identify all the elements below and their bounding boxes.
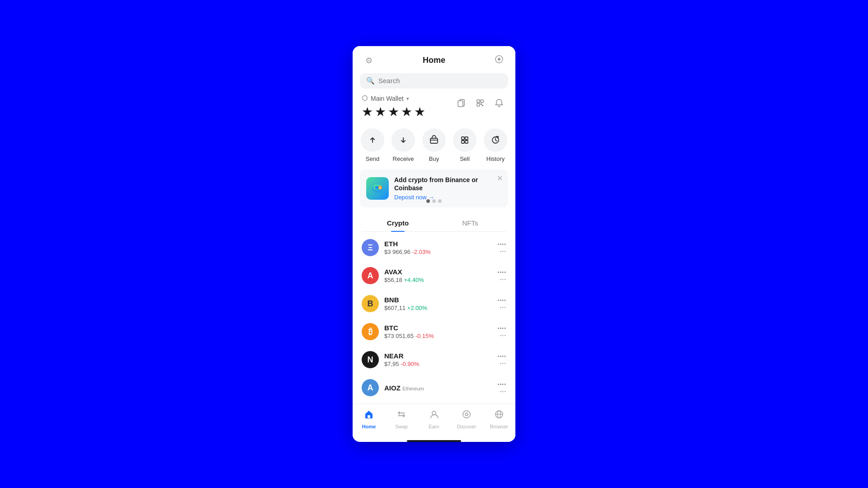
swap-nav-label: Swap (395, 424, 408, 429)
svg-point-1 (498, 58, 500, 61)
eth-price: $3 966,96 -2.03% (384, 249, 492, 255)
wallet-chain-icon (362, 95, 368, 103)
eth-info: ETH $3 966,96 -2.03% (384, 240, 492, 255)
asset-tabs: Crypto NFTs (362, 215, 506, 232)
avax-symbol: AVAX (384, 268, 492, 276)
history-label: History (486, 155, 505, 162)
sell-label: Sell (460, 155, 470, 162)
nav-swap[interactable]: Swap (385, 408, 418, 431)
settings-button[interactable]: ⚙ (362, 53, 376, 68)
promo-dot-1 (426, 199, 430, 203)
avax-menu[interactable]: ••• (500, 277, 506, 282)
svg-rect-19 (368, 415, 370, 418)
earn-icon (429, 409, 439, 422)
aioz-menu[interactable]: ••• (500, 389, 506, 394)
svg-rect-9 (462, 137, 464, 140)
discover-nav-label: Discover (457, 424, 476, 429)
svg-rect-12 (465, 141, 468, 143)
wallet-balance: ★★★★★ (362, 104, 427, 119)
copy-button[interactable] (454, 96, 468, 110)
promo-banner: ₿ Add crypto from Binance or Coinbase De… (360, 169, 508, 207)
history-icon-circle (484, 128, 507, 152)
buy-label: Buy (429, 155, 439, 162)
receive-icon-circle (392, 128, 415, 152)
sell-action[interactable]: Sell (451, 128, 478, 162)
qr-button[interactable] (473, 96, 487, 110)
wallet-name-row[interactable]: Main Wallet ▾ (362, 95, 427, 103)
promo-close-button[interactable]: ✕ (497, 174, 503, 183)
near-menu[interactable]: ••• (500, 361, 506, 366)
list-item[interactable]: ₿ BTC $73 051,65 -0.15% •••• ••• (353, 318, 515, 346)
aioz-symbol: AIOZ Ethereum (384, 384, 492, 392)
buy-action[interactable]: Buy (420, 128, 448, 162)
near-balance: •••• ••• (498, 353, 506, 366)
eth-stars: •••• (498, 241, 506, 247)
buy-icon-circle (422, 128, 446, 152)
svg-rect-4 (481, 100, 483, 103)
crypto-list: Ξ ETH $3 966,96 -2.03% •••• ••• A AVAX $… (353, 232, 515, 404)
avax-info: AVAX $56,18 +4.40% (384, 268, 492, 283)
bnb-stars: •••• (498, 297, 506, 303)
tab-nfts[interactable]: NFTs (434, 215, 506, 231)
bnb-menu[interactable]: ••• (500, 305, 506, 310)
discover-icon (462, 409, 472, 422)
receive-action[interactable]: Receive (390, 128, 417, 162)
list-item[interactable]: B BNB $607,11 +2.00% •••• ••• (353, 290, 515, 318)
svg-rect-11 (462, 141, 464, 143)
nav-browser[interactable]: Browser (483, 408, 515, 431)
search-input[interactable] (378, 77, 502, 84)
svg-rect-2 (458, 101, 463, 107)
aioz-balance: •••• ••• (498, 381, 506, 394)
promo-dot-2 (432, 199, 436, 203)
aioz-info: AIOZ Ethereum (384, 384, 492, 392)
svg-point-21 (463, 411, 470, 418)
eth-menu[interactable]: ••• (500, 249, 506, 254)
eth-symbol: ETH (384, 240, 492, 248)
history-action[interactable]: History (482, 128, 509, 162)
aioz-icon: A (362, 379, 379, 396)
notifications-button[interactable] (492, 96, 506, 110)
browser-nav-label: Browser (490, 424, 508, 429)
svg-text:₿: ₿ (379, 187, 381, 189)
avax-icon: A (362, 267, 379, 284)
svg-rect-8 (430, 138, 438, 143)
btc-balance: •••• ••• (498, 325, 506, 338)
eth-balance: •••• ••• (498, 241, 506, 254)
btc-price: $73 051,65 -0.15% (384, 333, 492, 339)
nav-earn[interactable]: Earn (418, 408, 450, 431)
btc-menu[interactable]: ••• (500, 333, 506, 338)
bnb-price: $607,11 +2.00% (384, 305, 492, 311)
svg-rect-5 (477, 103, 480, 106)
list-item[interactable]: N NEAR $7,95 -0.90% •••• ••• (353, 346, 515, 374)
tab-crypto[interactable]: Crypto (362, 215, 434, 231)
wallet-action-icons (454, 95, 506, 110)
promo-title: Add crypto from Binance or Coinbase (394, 176, 502, 192)
avax-balance: •••• ••• (498, 269, 506, 282)
nav-home[interactable]: Home (353, 408, 385, 431)
sell-icon-circle (453, 128, 476, 152)
list-item[interactable]: A AVAX $56,18 +4.40% •••• ••• (353, 262, 515, 290)
receive-label: Receive (393, 155, 414, 162)
near-icon: N (362, 351, 379, 368)
home-nav-label: Home (362, 424, 376, 429)
link-button[interactable] (492, 53, 506, 68)
promo-dot-3 (438, 199, 442, 203)
btc-stars: •••• (498, 325, 506, 331)
wallet-info: Main Wallet ▾ ★★★★★ (362, 95, 427, 119)
list-item[interactable]: Ξ ETH $3 966,96 -2.03% •••• ••• (353, 234, 515, 262)
search-bar[interactable]: 🔍 (360, 73, 508, 89)
search-icon: 🔍 (366, 77, 375, 85)
wallet-chevron-icon: ▾ (406, 96, 409, 102)
btc-icon: ₿ (362, 323, 379, 340)
near-price: $7,95 -0.90% (384, 361, 492, 367)
home-indicator (407, 440, 461, 442)
bnb-symbol: BNB (384, 296, 492, 304)
send-action[interactable]: Send (359, 128, 386, 162)
bnb-info: BNB $607,11 +2.00% (384, 296, 492, 311)
nav-discover[interactable]: Discover (450, 408, 483, 431)
wallet-section: Main Wallet ▾ ★★★★★ (353, 93, 515, 125)
page-title: Home (423, 56, 445, 65)
list-item[interactable]: A AIOZ Ethereum •••• ••• (353, 374, 515, 402)
svg-point-22 (465, 413, 468, 416)
home-icon (364, 409, 374, 422)
